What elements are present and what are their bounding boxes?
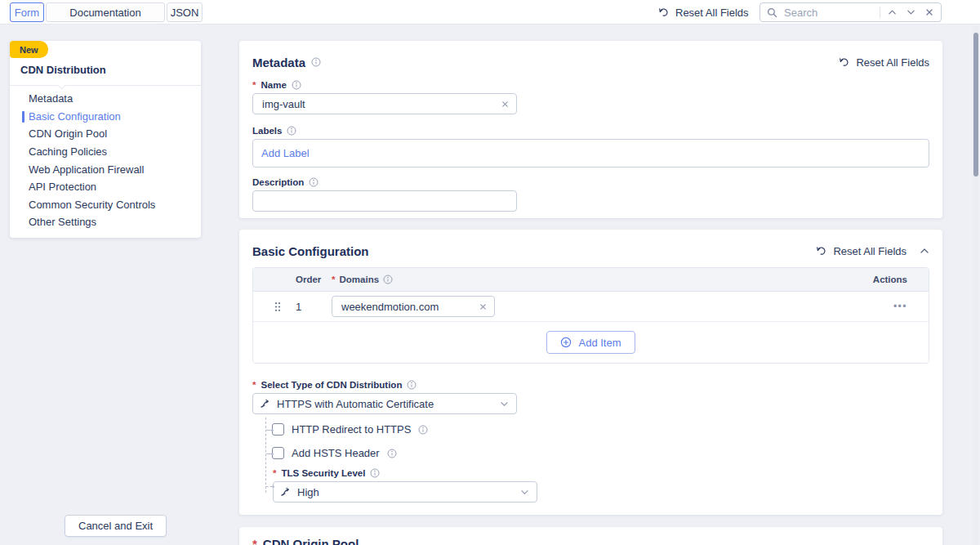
cdn-type-value: HTTPS with Automatic Certificate — [277, 398, 434, 410]
clear-icon[interactable] — [501, 101, 509, 108]
section-nav: Metadata Basic Configuration CDN Origin … — [10, 90, 201, 231]
info-icon[interactable] — [311, 57, 321, 67]
info-icon[interactable] — [418, 425, 428, 435]
domain-input-wrap — [332, 296, 495, 317]
cdn-origin-pool-title-text: CDN Origin Pool — [263, 537, 359, 545]
labels-field-label: Labels — [252, 126, 929, 136]
metadata-title: Metadata — [252, 56, 321, 69]
tree-connector — [266, 453, 271, 454]
top-toolbar: Form Documentation JSON Reset All Fields — [0, 0, 980, 25]
description-field-label: Description — [252, 177, 929, 187]
tab-json[interactable]: JSON — [167, 2, 203, 22]
tls-label-text: TLS Security Level — [281, 468, 365, 478]
basic-configuration-title: Basic Configuration — [252, 244, 369, 258]
search-prev-icon[interactable] — [885, 8, 899, 16]
collapse-section-icon[interactable] — [920, 247, 929, 255]
tls-security-select[interactable]: High — [273, 481, 537, 503]
search-close-icon[interactable] — [923, 8, 936, 16]
name-label-text: Name — [261, 80, 286, 90]
nav-item-basic-configuration[interactable]: Basic Configuration — [10, 108, 201, 126]
required-mark: * — [273, 468, 276, 478]
reset-all-fields-label: Reset All Fields — [675, 7, 749, 19]
cancel-and-exit-label: Cancel and Exit — [78, 520, 153, 532]
type-label-text: Select Type of CDN Distribution — [261, 380, 402, 390]
chevron-down-icon — [500, 400, 509, 408]
nav-divider — [10, 85, 201, 86]
clear-icon[interactable] — [479, 303, 487, 310]
reset-all-fields-button[interactable]: Reset All Fields — [658, 0, 749, 25]
scrollbar-thumb[interactable] — [973, 33, 978, 176]
hsts-header-checkbox[interactable] — [272, 447, 284, 459]
metadata-reset-button[interactable]: Reset All Fields — [839, 56, 929, 69]
required-mark: * — [252, 537, 257, 545]
required-mark: * — [252, 380, 256, 390]
nav-item-label: CDN Origin Pool — [29, 127, 107, 140]
info-icon[interactable] — [370, 468, 380, 478]
nav-item-api-protection[interactable]: API Protection — [10, 178, 201, 196]
nav-item-cdn-origin-pool[interactable]: CDN Origin Pool — [10, 125, 201, 143]
config-nav-panel: New CDN Distribution Metadata Basic Conf… — [10, 41, 201, 238]
nav-item-label: Web Application Firewall — [29, 163, 144, 176]
domains-table: Order *Domains Actions 1 — [252, 267, 929, 364]
tls-field-label: * TLS Security Level — [273, 468, 929, 478]
info-icon[interactable] — [287, 126, 296, 136]
labels-box[interactable]: Add Label — [252, 139, 929, 168]
add-label-button[interactable]: Add Label — [261, 147, 310, 159]
basic-reset-label: Reset All Fields — [833, 245, 906, 257]
info-icon[interactable] — [387, 449, 397, 458]
new-badge: New — [10, 41, 48, 58]
page: Form Documentation JSON Reset All Fields — [0, 0, 980, 545]
new-badge-label: New — [20, 45, 38, 55]
tls-security-value: High — [297, 486, 319, 498]
search-next-icon[interactable] — [904, 8, 918, 16]
cancel-and-exit-button[interactable]: Cancel and Exit — [65, 515, 167, 537]
tree-connector — [266, 430, 271, 431]
nav-divider-notch — [58, 82, 66, 90]
cdn-origin-pool-section: *CDN Origin Pool — [239, 527, 942, 545]
search-input[interactable] — [782, 6, 875, 20]
reset-icon — [839, 56, 850, 68]
column-domains-text: Domains — [339, 275, 379, 284]
nav-item-common-security-controls[interactable]: Common Security Controls — [10, 196, 201, 214]
cdn-type-select[interactable]: HTTPS with Automatic Certificate — [252, 393, 517, 414]
branch-icon — [261, 399, 270, 409]
tab-form-label: Form — [15, 7, 39, 19]
nav-item-label: API Protection — [29, 181, 96, 193]
basic-configuration-title-text: Basic Configuration — [252, 244, 369, 258]
tab-documentation[interactable]: Documentation — [46, 2, 165, 22]
name-input[interactable] — [261, 97, 501, 111]
cdn-origin-pool-title: *CDN Origin Pool — [252, 537, 359, 545]
tab-form[interactable]: Form — [10, 2, 44, 22]
add-item-button[interactable]: Add Item — [546, 331, 635, 354]
nav-item-metadata[interactable]: Metadata — [10, 90, 201, 108]
column-order: Order — [296, 275, 332, 284]
search-icon — [767, 7, 777, 18]
nav-item-web-application-firewall[interactable]: Web Application Firewall — [10, 160, 201, 178]
info-icon[interactable] — [407, 380, 416, 390]
drag-handle-icon[interactable] — [274, 302, 281, 312]
http-redirect-checkbox[interactable] — [272, 423, 284, 436]
nav-item-other-settings[interactable]: Other Settings — [10, 213, 201, 231]
row-actions-menu[interactable]: ••• — [893, 301, 907, 312]
http-redirect-label: HTTP Redirect to HTTPS — [292, 423, 411, 436]
table-add-row: Add Item — [253, 322, 929, 363]
option-hsts-header: Add HSTS Header — [252, 441, 929, 465]
info-icon[interactable] — [383, 275, 393, 284]
view-tabs: Form Documentation JSON — [10, 2, 203, 22]
tab-json-label: JSON — [171, 7, 199, 19]
info-icon[interactable] — [309, 177, 318, 187]
chevron-down-icon — [520, 489, 529, 496]
table-row: 1 ••• — [253, 292, 929, 322]
nav-item-caching-policies[interactable]: Caching Policies — [10, 143, 201, 161]
active-indicator — [22, 111, 24, 123]
description-label-text: Description — [252, 177, 304, 187]
name-input-wrap — [252, 93, 517, 114]
basic-reset-button[interactable]: Reset All Fields — [816, 245, 906, 257]
search-divider — [880, 7, 880, 18]
description-input[interactable] — [261, 194, 509, 208]
info-icon[interactable] — [292, 80, 301, 90]
hsts-header-label: Add HSTS Header — [292, 447, 380, 459]
domain-input[interactable] — [340, 300, 479, 314]
nav-item-label: Basic Configuration — [29, 110, 121, 123]
type-options-tree: HTTP Redirect to HTTPS Add HSTS Header *… — [252, 418, 929, 503]
